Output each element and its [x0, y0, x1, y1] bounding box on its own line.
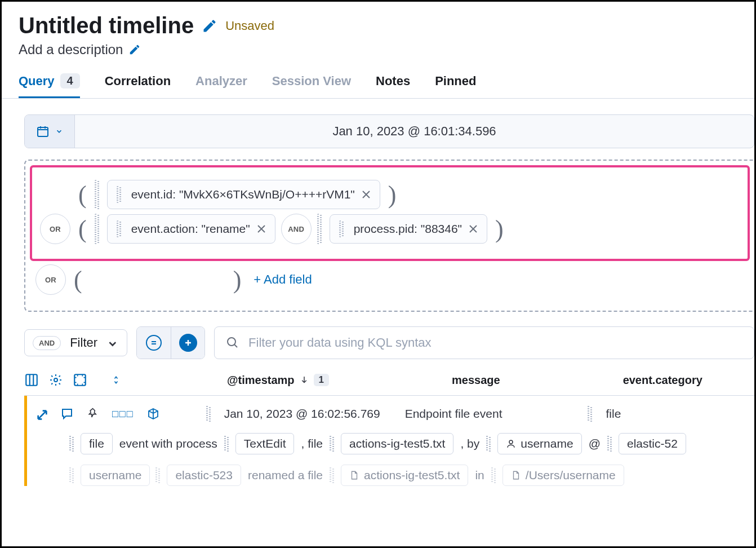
tab-pinned[interactable]: Pinned — [435, 73, 476, 98]
edit-title-icon[interactable] — [202, 18, 217, 34]
expand-icon[interactable] — [34, 407, 48, 421]
sort-priority-badge: 1 — [314, 374, 329, 386]
more-actions-icon[interactable]: □□□ — [112, 408, 134, 420]
tab-query-label: Query — [19, 74, 55, 89]
time-range-start[interactable]: Jan 10, 2023 @ 16:01:34.596 — [75, 115, 754, 148]
drag-handle-icon[interactable] — [588, 406, 593, 422]
detail-text: in — [474, 469, 485, 482]
drag-handle-icon[interactable] — [155, 467, 161, 483]
close-icon[interactable] — [469, 224, 478, 233]
sort-icon[interactable] — [111, 375, 121, 385]
user-icon — [506, 439, 516, 449]
column-timestamp[interactable]: @timestamp 1 — [227, 374, 329, 387]
tab-session-view: Session View — [272, 73, 351, 98]
detail-text: , by — [459, 437, 481, 450]
add-field-button[interactable]: + Add field — [254, 272, 312, 287]
event-detail-row-2: username elastic-523 renamed a file acti… — [24, 454, 754, 486]
drag-handle-icon[interactable] — [339, 220, 345, 237]
drag-handle-icon[interactable] — [607, 436, 613, 452]
cell-message: Endpoint file event — [405, 407, 502, 421]
chevron-down-icon — [55, 127, 63, 135]
filter-pill-label: event.action: "rename" — [131, 222, 250, 236]
close-icon[interactable] — [362, 190, 371, 199]
filter-pill-event-id[interactable]: event.id: "MvkX6×6TKsWnBj/O++++rVM1" — [107, 180, 380, 209]
detail-token[interactable]: file — [81, 433, 113, 454]
filter-pill-label: process.pid: "88346" — [354, 222, 462, 236]
filter-and-badge: AND — [33, 336, 61, 350]
filter-pill-process-pid[interactable]: process.pid: "88346" — [330, 214, 487, 244]
gear-icon[interactable] — [49, 373, 63, 387]
pin-icon[interactable] — [86, 407, 100, 421]
detail-token[interactable]: elastic-523 — [167, 465, 241, 486]
drag-handle-icon[interactable] — [117, 220, 122, 237]
document-icon — [349, 470, 359, 480]
fullscreen-icon[interactable] — [73, 373, 87, 387]
close-icon[interactable] — [257, 224, 266, 233]
detail-text: @ — [588, 437, 602, 450]
drag-handle-icon[interactable] — [330, 436, 335, 452]
filter-pill-label: event.id: "MvkX6×6TKsWnBj/O++++rVM1" — [131, 188, 355, 201]
drag-handle-icon[interactable] — [95, 214, 100, 244]
time-range-bar: Jan 10, 2023 @ 16:01:34.596 — [24, 114, 754, 148]
edit-description-icon[interactable] — [128, 43, 141, 56]
cell-timestamp: Jan 10, 2023 @ 16:02:56.769 — [224, 407, 380, 421]
drag-handle-icon[interactable] — [486, 436, 492, 452]
tab-correlation[interactable]: Correlation — [105, 73, 171, 98]
detail-text: , file — [300, 437, 324, 450]
cube-icon[interactable] — [146, 407, 160, 421]
close-paren-icon: ) — [386, 180, 399, 209]
event-detail-row: file event with process TextEdit , file … — [24, 422, 754, 454]
close-paren-icon: ) — [493, 215, 506, 244]
filter-equals-icon — [146, 335, 162, 351]
close-paren-icon: ) — [231, 266, 244, 294]
tab-query-count: 4 — [60, 73, 80, 89]
drag-handle-icon[interactable] — [224, 436, 230, 452]
operator-and[interactable]: AND — [281, 214, 312, 244]
drag-handle-icon[interactable] — [317, 214, 323, 244]
operator-or[interactable]: OR — [35, 264, 66, 295]
detail-token[interactable]: actions-ig-test5.txt — [341, 433, 453, 454]
add-filter-button[interactable] — [171, 327, 204, 359]
drag-handle-icon[interactable] — [491, 467, 497, 483]
time-picker-button[interactable] — [25, 115, 75, 148]
drag-handle-icon[interactable] — [95, 180, 100, 209]
filter-options-button[interactable] — [137, 327, 171, 359]
kql-input[interactable]: Filter your data using KQL syntax — [214, 326, 754, 359]
tab-bar: Query 4 Correlation Analyzer Session Vie… — [2, 63, 754, 99]
detail-token-user[interactable]: username — [497, 433, 581, 454]
drag-handle-icon[interactable] — [117, 186, 122, 203]
column-category[interactable]: event.category — [623, 374, 702, 387]
calendar-icon — [36, 125, 50, 138]
operator-or[interactable]: OR — [40, 214, 70, 244]
detail-token-label: username — [521, 437, 573, 450]
tab-query[interactable]: Query 4 — [19, 73, 80, 98]
comment-icon[interactable] — [60, 407, 74, 421]
chevron-down-icon — [106, 338, 117, 348]
kql-placeholder: Filter your data using KQL syntax — [248, 335, 431, 350]
drag-handle-icon[interactable] — [206, 406, 212, 422]
row-accent — [24, 396, 27, 486]
detail-token[interactable]: TextEdit — [235, 433, 295, 454]
description-placeholder[interactable]: Add a description — [19, 42, 123, 58]
detail-token[interactable]: username — [81, 465, 150, 486]
open-paren-icon: ( — [76, 215, 89, 244]
detail-token[interactable]: elastic-52 — [619, 433, 686, 454]
tab-notes[interactable]: Notes — [376, 73, 410, 98]
page-title: Untitled timeline — [19, 13, 194, 38]
search-icon — [226, 336, 239, 350]
detail-token[interactable]: actions-ig-test5.txt — [341, 465, 468, 486]
column-header-row: @timestamp 1 message event.category — [24, 373, 754, 392]
filter-pill-event-action[interactable]: event.action: "rename" — [107, 214, 275, 244]
plus-icon — [179, 334, 197, 352]
detail-text: renamed a file — [247, 469, 324, 482]
column-message[interactable]: message — [452, 374, 500, 387]
sort-down-icon — [299, 375, 309, 385]
detail-token[interactable]: /Users/username — [502, 465, 624, 486]
drag-handle-icon[interactable] — [69, 436, 75, 452]
columns-icon[interactable] — [24, 373, 39, 387]
filter-dropdown[interactable]: AND Filter — [24, 329, 127, 356]
open-paren-icon: ( — [72, 266, 85, 294]
drag-handle-icon[interactable] — [69, 467, 75, 483]
drag-handle-icon[interactable] — [330, 467, 335, 483]
query-dropzone[interactable]: ( event.id: "MvkX6×6TKsWnBj/O++++rVM1" )… — [24, 160, 754, 312]
